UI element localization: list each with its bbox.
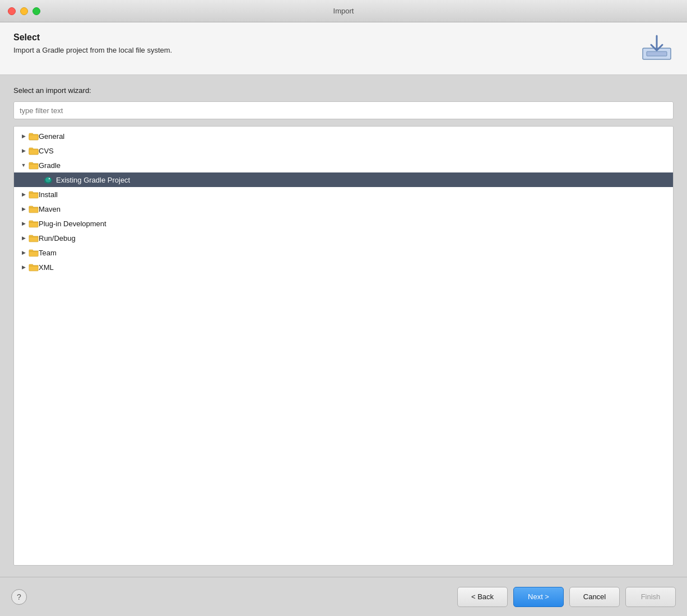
collapse-arrow-gradle: ▼	[20, 161, 27, 169]
back-button[interactable]: < Back	[457, 587, 508, 607]
tree-item-team-label: Team	[39, 249, 57, 257]
tree-item-run-debug-label: Run/Debug	[39, 234, 76, 242]
collapse-arrow-team: ▶	[20, 249, 27, 256]
gradle-project-icon	[43, 175, 53, 184]
folder-icon-maven	[29, 205, 39, 213]
filter-input[interactable]	[13, 101, 674, 119]
footer: ? < Back Next > Cancel Finish	[0, 577, 687, 616]
collapse-arrow-general: ▶	[20, 132, 27, 140]
window-controls[interactable]	[8, 7, 40, 15]
import-icon	[640, 32, 674, 64]
collapse-arrow-xml: ▶	[20, 263, 27, 271]
maximize-button[interactable]	[33, 7, 40, 15]
tree-container[interactable]: ▶ General ▶ CVS ▼ Gradle	[13, 126, 674, 566]
footer-left: ?	[11, 589, 27, 605]
tree-item-install[interactable]: ▶ Install	[14, 187, 673, 202]
folder-icon-general	[29, 132, 39, 141]
folder-icon-xml	[29, 263, 39, 272]
window-title: Import	[333, 7, 354, 15]
tree-item-maven-label: Maven	[39, 205, 61, 213]
svg-point-4	[45, 178, 51, 183]
tree-item-cvs[interactable]: ▶ CVS	[14, 143, 673, 158]
folder-icon-gradle	[29, 161, 39, 170]
tree-item-team[interactable]: ▶ Team	[14, 245, 673, 260]
tree-item-plugin-dev[interactable]: ▶ Plug-in Development	[14, 216, 673, 231]
tree-item-existing-gradle[interactable]: Existing Gradle Project	[14, 172, 673, 187]
help-button[interactable]: ?	[11, 589, 27, 605]
folder-icon-plugin-dev	[29, 220, 39, 228]
title-bar: Import	[0, 0, 687, 22]
collapse-arrow-run-debug: ▶	[20, 234, 27, 242]
tree-item-xml[interactable]: ▶ XML	[14, 260, 673, 274]
svg-point-5	[49, 178, 50, 179]
header-subtitle: Import a Gradle project from the local f…	[13, 46, 172, 54]
main-content: Select an import wizard: ▶ General ▶ CVS…	[0, 75, 687, 577]
wizard-label: Select an import wizard:	[13, 86, 674, 95]
minimize-button[interactable]	[20, 7, 28, 15]
svg-rect-2	[647, 52, 667, 56]
header-section: Select Import a Gradle project from the …	[0, 22, 687, 75]
folder-icon-team	[29, 249, 39, 257]
header-title: Select	[13, 32, 172, 43]
tree-item-existing-gradle-label: Existing Gradle Project	[56, 176, 130, 184]
tree-item-xml-label: XML	[39, 263, 54, 272]
collapse-arrow-install: ▶	[20, 190, 27, 198]
collapse-arrow-maven: ▶	[20, 205, 27, 213]
collapse-arrow-cvs: ▶	[20, 147, 27, 155]
close-button[interactable]	[8, 7, 16, 15]
cancel-button[interactable]: Cancel	[569, 587, 620, 607]
folder-icon-run-debug	[29, 234, 39, 242]
collapse-arrow-plugin-dev: ▶	[20, 220, 27, 227]
tree-item-gradle[interactable]: ▼ Gradle	[14, 158, 673, 172]
header-text: Select Import a Gradle project from the …	[13, 32, 172, 54]
folder-icon-cvs	[29, 147, 39, 155]
tree-item-gradle-label: Gradle	[39, 161, 61, 170]
tree-item-general[interactable]: ▶ General	[14, 129, 673, 143]
finish-button[interactable]: Finish	[625, 587, 676, 607]
folder-icon-install	[29, 190, 39, 199]
tree-item-cvs-label: CVS	[39, 147, 54, 155]
tree-item-install-label: Install	[39, 190, 58, 199]
next-button[interactable]: Next >	[513, 587, 564, 607]
footer-buttons: < Back Next > Cancel Finish	[457, 587, 676, 607]
tree-item-run-debug[interactable]: ▶ Run/Debug	[14, 231, 673, 245]
tree-item-plugin-dev-label: Plug-in Development	[39, 220, 106, 228]
arrow-existing-gradle	[34, 176, 42, 184]
tree-item-maven[interactable]: ▶ Maven	[14, 202, 673, 216]
tree-item-general-label: General	[39, 132, 64, 141]
